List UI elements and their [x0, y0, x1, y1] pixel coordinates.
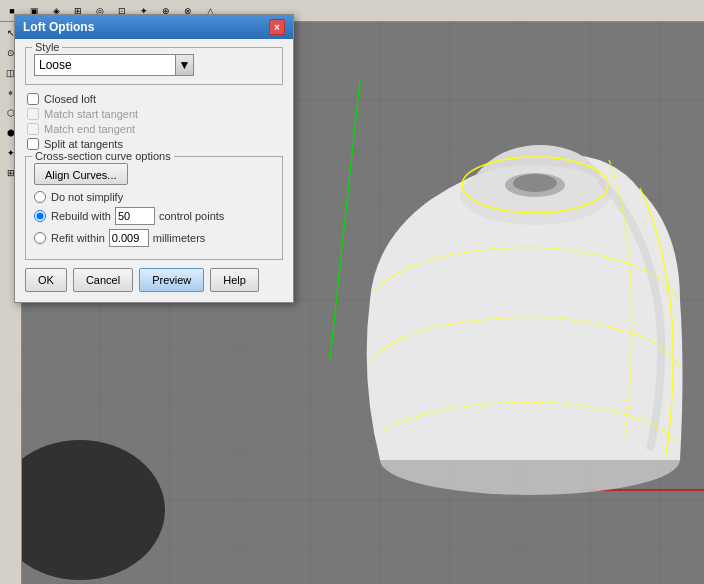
checkbox-row-match-start: Match start tangent: [27, 108, 283, 120]
cancel-button[interactable]: Cancel: [73, 268, 133, 292]
close-button[interactable]: ×: [269, 19, 285, 35]
align-curves-button[interactable]: Align Curves...: [34, 163, 128, 185]
checkbox-row-match-end: Match end tangent: [27, 123, 283, 135]
refit-within-label: Refit within: [51, 232, 105, 244]
radio-row-refit-within: Refit within millimeters: [34, 229, 274, 247]
closed-loft-checkbox[interactable]: [27, 93, 39, 105]
closed-loft-label: Closed loft: [44, 93, 96, 105]
loft-options-dialog: Loft Options × Style Loose ▼ Closed loft…: [14, 14, 294, 303]
svg-point-26: [513, 174, 557, 192]
dialog-titlebar: Loft Options ×: [15, 15, 293, 39]
match-end-checkbox[interactable]: [27, 123, 39, 135]
checkbox-row-closed-loft: Closed loft: [27, 93, 283, 105]
style-group-label: Style: [32, 41, 62, 53]
checkboxes-section: Closed loft Match start tangent Match en…: [25, 93, 283, 150]
rebuild-with-input[interactable]: [115, 207, 155, 225]
rebuild-with-unit: control points: [159, 210, 224, 222]
radio-row-do-not-simplify: Do not simplify: [34, 191, 274, 203]
match-start-label: Match start tangent: [44, 108, 138, 120]
checkbox-row-split-tangents: Split at tangents: [27, 138, 283, 150]
split-tangents-checkbox[interactable]: [27, 138, 39, 150]
svg-point-21: [0, 440, 165, 580]
cross-section-group: Cross-section curve options Align Curves…: [25, 156, 283, 260]
preview-button[interactable]: Preview: [139, 268, 204, 292]
refit-within-radio[interactable]: [34, 232, 46, 244]
ok-button[interactable]: OK: [25, 268, 67, 292]
radio-row-rebuild-with: Rebuild with control points: [34, 207, 274, 225]
style-dropdown-value: Loose: [39, 58, 72, 72]
dialog-buttons: OK Cancel Preview Help: [25, 268, 283, 292]
help-button[interactable]: Help: [210, 268, 259, 292]
do-not-simplify-label: Do not simplify: [51, 191, 123, 203]
match-end-label: Match end tangent: [44, 123, 135, 135]
split-tangents-label: Split at tangents: [44, 138, 123, 150]
refit-within-input[interactable]: [109, 229, 149, 247]
svg-line-19: [330, 80, 360, 360]
match-start-checkbox[interactable]: [27, 108, 39, 120]
do-not-simplify-radio[interactable]: [34, 191, 46, 203]
dialog-content: Style Loose ▼ Closed loft Match start ta…: [15, 39, 293, 302]
style-dropdown[interactable]: Loose ▼: [34, 54, 194, 76]
style-group: Style Loose ▼: [25, 47, 283, 85]
dropdown-arrow-icon: ▼: [175, 55, 193, 75]
rebuild-with-radio[interactable]: [34, 210, 46, 222]
refit-within-unit: millimeters: [153, 232, 206, 244]
rebuild-with-label: Rebuild with: [51, 210, 111, 222]
cross-section-label: Cross-section curve options: [32, 150, 174, 162]
dialog-title: Loft Options: [23, 20, 94, 34]
